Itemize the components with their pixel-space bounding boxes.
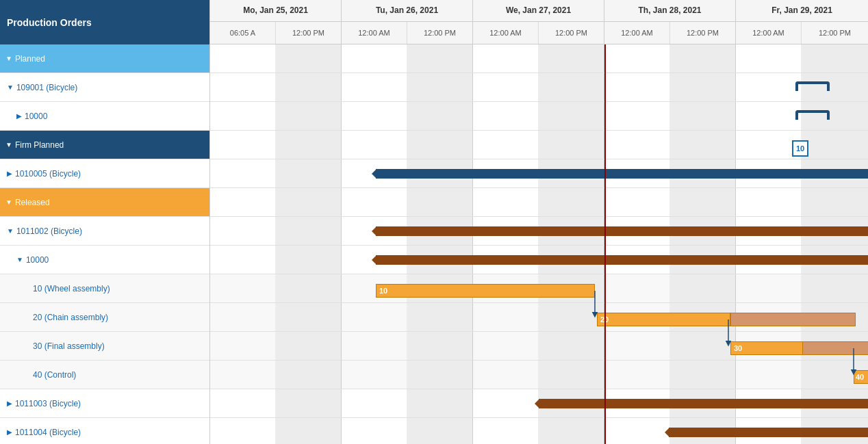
triangle-right-icon: ▶: [7, 400, 12, 407]
bg-row-4: [210, 131, 868, 159]
time-cell-5b: 12:00 PM: [802, 22, 868, 44]
bar-1010005[interactable]: [376, 169, 868, 179]
gantt-chart: Mo, Jan 25, 2021 Tu, Jan 26, 2021 We, Ja…: [210, 0, 868, 444]
bg-row-6: [210, 188, 868, 217]
gantt-header: Mo, Jan 25, 2021 Tu, Jan 26, 2021 We, Ja…: [210, 0, 868, 44]
time-cell-4b: 12:00 PM: [670, 22, 736, 44]
planned-group-label: Planned: [15, 54, 45, 64]
date-col-4: Th, Jan 28, 2021: [604, 0, 736, 21]
main-container: Production Orders ▼ Planned ▼ 109001 (Bi…: [0, 0, 868, 444]
triangle-right-icon: ▶: [7, 170, 12, 177]
date-col-2: Tu, Jan 26, 2021: [342, 0, 473, 21]
time-cell-3b: 12:00 PM: [539, 22, 604, 44]
gantt-times-row: 06:05 A 12:00 PM 12:00 AM 12:00 PM 12:00…: [210, 22, 868, 44]
order-1010005-label: 1010005 (Bicycle): [15, 169, 81, 179]
op-20-row[interactable]: 20 (Chain assembly): [0, 303, 209, 332]
bg-row-3: [210, 102, 868, 131]
bg-row-1: [210, 44, 868, 73]
order-1011002-row[interactable]: ▼ 1011002 (Bicycle): [0, 217, 209, 246]
released-group-label: Released: [15, 198, 50, 207]
triangle-down-icon: ▼: [16, 256, 23, 263]
gantt-dates-row: Mo, Jan 25, 2021 Tu, Jan 26, 2021 We, Ja…: [210, 0, 868, 22]
time-cell-3a: 12:00 AM: [473, 22, 539, 44]
op-10-label: 10 (Wheel assembly): [33, 284, 110, 293]
date-col-5: Fr, Jan 29, 2021: [736, 0, 868, 21]
order-109001-row[interactable]: ▼ 109001 (Bicycle): [0, 73, 209, 102]
triangle-right-icon: ▶: [16, 112, 22, 120]
order-1011004-label: 1011004 (Bicycle): [15, 428, 81, 437]
sidebar-title-text: Production Orders: [7, 17, 92, 28]
bar-1011003[interactable]: [539, 399, 868, 408]
bar-109001-planned[interactable]: [795, 81, 830, 91]
op-30-row[interactable]: 30 (Final assembly): [0, 332, 209, 361]
order-109001-label: 109001 (Bicycle): [16, 83, 77, 92]
sidebar: Production Orders ▼ Planned ▼ 109001 (Bi…: [0, 0, 210, 444]
bar-10000-2[interactable]: [376, 255, 868, 265]
bar-1011002[interactable]: [376, 226, 868, 236]
time-cell-2a: 12:00 AM: [342, 22, 407, 44]
triangle-down-icon: ▼: [5, 55, 12, 62]
bar-1011004[interactable]: [669, 428, 868, 437]
bar-op-40[interactable]: 40: [854, 370, 868, 384]
time-cell-5a: 12:00 AM: [736, 22, 802, 44]
group-released-row[interactable]: ▼ Released: [0, 188, 209, 217]
bar-op-20-main[interactable]: 20: [597, 313, 730, 326]
bg-row-2: [210, 73, 868, 102]
op-40-row[interactable]: 40 (Control): [0, 361, 209, 389]
order-1011003-row[interactable]: ▶ 1011003 (Bicycle): [0, 389, 209, 418]
order-10000-1-row[interactable]: ▶ 10000: [0, 102, 209, 131]
time-cell-1a: 06:05 A: [210, 22, 276, 44]
date-col-1: Mo, Jan 25, 2021: [210, 0, 342, 21]
order-10000-2-row[interactable]: ▼ 10000: [0, 246, 209, 274]
bar-op-10[interactable]: 10: [376, 284, 595, 298]
time-cell-1b: 12:00 PM: [276, 22, 342, 44]
triangle-down-icon: ▼: [5, 141, 12, 148]
gantt-body: 10 10: [210, 44, 868, 444]
group-firm-row[interactable]: ▼ Firm Planned: [0, 131, 209, 159]
bar-op-30-late[interactable]: [802, 341, 868, 355]
time-cell-2b: 12:00 PM: [407, 22, 473, 44]
sidebar-title: Production Orders: [0, 0, 209, 44]
bar-10000-1-planned[interactable]: [795, 110, 830, 120]
op-40-label: 40 (Control): [33, 370, 76, 380]
firm-group-label: Firm Planned: [15, 140, 64, 150]
triangle-down-icon: ▼: [5, 198, 12, 206]
gantt-bg-rows: [210, 44, 868, 444]
op-30-label: 30 (Final assembly): [33, 341, 105, 351]
date-col-3: We, Jan 27, 2021: [473, 0, 604, 21]
order-1011002-label: 1011002 (Bicycle): [16, 226, 82, 236]
order-10000-2-label: 10000: [26, 255, 49, 265]
order-1011004-row[interactable]: ▶ 1011004 (Bicycle): [0, 418, 209, 444]
op-20-label: 20 (Chain assembly): [33, 313, 108, 322]
triangle-down-icon: ▼: [7, 83, 14, 91]
time-cell-4a: 12:00 AM: [604, 22, 670, 44]
op-10-row[interactable]: 10 (Wheel assembly): [0, 274, 209, 303]
bg-row-12: [210, 361, 868, 389]
bar-op-20-late[interactable]: [730, 313, 856, 326]
sidebar-rows: ▼ Planned ▼ 109001 (Bicycle) ▶ 10000 ▼ F…: [0, 44, 209, 444]
order-10000-1-label: 10000: [25, 112, 47, 121]
order-1011003-label: 1011003 (Bicycle): [15, 399, 81, 408]
group-planned-row[interactable]: ▼ Planned: [0, 44, 209, 73]
triangle-down-icon: ▼: [7, 227, 14, 235]
order-1010005-row[interactable]: ▶ 1010005 (Bicycle): [0, 159, 209, 188]
triangle-right-icon: ▶: [7, 428, 12, 436]
current-time-line: [604, 44, 606, 444]
